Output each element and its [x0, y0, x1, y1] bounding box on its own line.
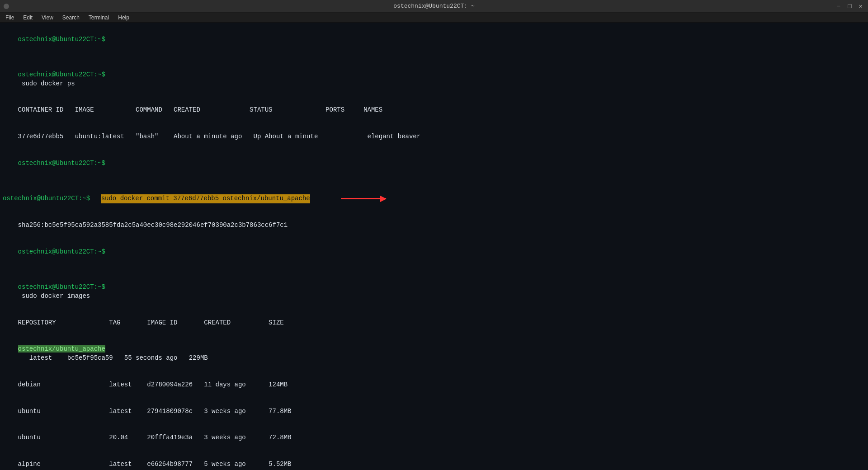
- maximize-button[interactable]: □: [846, 3, 853, 10]
- titlebar-controls[interactable]: − □ ✕: [835, 2, 864, 10]
- line-header-ps: CONTAINER ID IMAGE COMMAND CREATED STATU…: [3, 97, 865, 124]
- line-repo-4: ubuntu 20.04 20fffa419e3a 3 weeks ago 72…: [3, 425, 865, 451]
- line-container-row: 377e6d77ebb5 ubuntu:latest "bash" About …: [3, 124, 865, 150]
- prompt-6: ostechnix@Ubuntu22CT:~$: [18, 283, 105, 291]
- repo-2: debian latest d2780094a226 11 days ago 1…: [18, 381, 288, 388]
- prompt-3: ostechnix@Ubuntu22CT:~$: [18, 160, 105, 167]
- images-header: REPOSITORY TAG IMAGE ID CREATED SIZE: [18, 319, 284, 326]
- cmd-8: [18, 257, 22, 264]
- prompt-5: ostechnix@Ubuntu22CT:~$: [18, 248, 105, 255]
- menu-terminal[interactable]: Terminal: [85, 14, 113, 22]
- titlebar: ostechnix@Ubuntu22CT: ~ − □ ✕: [0, 0, 868, 13]
- cmd-docker-ps: sudo docker ps: [18, 80, 75, 87]
- commit-command: sudo docker commit 377e6d77ebb5 ostechni…: [101, 194, 310, 203]
- repo-1-rest: latest bc5e5f95ca59 55 seconds ago 229MB: [18, 354, 208, 362]
- line-repo-2: debian latest d2780094a226 11 days ago 1…: [3, 371, 865, 398]
- minimize-button[interactable]: −: [835, 3, 842, 10]
- titlebar-dot: [4, 4, 9, 9]
- line-repo-1: ostechnix/ubuntu_apache latest bc5e5f95c…: [3, 336, 865, 371]
- line-1: ostechnix@Ubuntu22CT:~$: [3, 26, 865, 61]
- repo-3: ubuntu latest 27941809078c 3 weeks ago 7…: [18, 408, 292, 415]
- titlebar-left: [4, 4, 9, 9]
- line-hash: sha256:bc5e5f95ca592a3585fda2c5a40ec30c9…: [3, 212, 865, 239]
- prompt-2: ostechnix@Ubuntu22CT:~$: [18, 71, 105, 78]
- line-5: ostechnix@Ubuntu22CT:~$: [3, 150, 865, 185]
- cmd-1: [18, 44, 22, 52]
- arrow-indicator: [318, 186, 386, 212]
- line-images-header: REPOSITORY TAG IMAGE ID CREATED SIZE: [3, 310, 865, 336]
- sha256-hash: sha256:bc5e5f95ca592a3585fda2c5a40ec30c9…: [18, 221, 288, 229]
- cmd-docker-images: sudo docker images: [18, 292, 90, 300]
- titlebar-title: ostechnix@Ubuntu22CT: ~: [393, 3, 474, 9]
- line-8: ostechnix@Ubuntu22CT:~$: [3, 239, 865, 274]
- ps-header: CONTAINER ID IMAGE COMMAND CREATED STATU…: [18, 106, 383, 113]
- line-repo-3: ubuntu latest 27941809078c 3 weeks ago 7…: [3, 398, 865, 425]
- repo-5: alpine latest e66264b98777 5 weeks ago 5…: [18, 461, 292, 468]
- line-2: ostechnix@Ubuntu22CT:~$ sudo docker ps: [3, 61, 865, 97]
- line-commit: ostechnix@Ubuntu22CT:~$ sudo docker comm…: [3, 186, 865, 212]
- menu-view[interactable]: View: [38, 14, 57, 22]
- container-data: 377e6d77ebb5 ubuntu:latest "bash" About …: [18, 133, 421, 140]
- cmd-space: [94, 194, 97, 203]
- prompt-4: ostechnix@Ubuntu22CT:~$: [3, 194, 90, 203]
- line-9: ostechnix@Ubuntu22CT:~$ sudo docker imag…: [3, 274, 865, 310]
- prompt-1: ostechnix@Ubuntu22CT:~$: [18, 36, 105, 43]
- menu-edit[interactable]: Edit: [19, 14, 36, 22]
- line-repo-5: alpine latest e66264b98777 5 weeks ago 5…: [3, 451, 865, 470]
- menu-search[interactable]: Search: [59, 14, 83, 22]
- menu-file[interactable]: File: [2, 14, 18, 22]
- terminal[interactable]: ostechnix@Ubuntu22CT:~$ ostechnix@Ubuntu…: [0, 23, 868, 470]
- repo-4: ubuntu 20.04 20fffa419e3a 3 weeks ago 72…: [18, 434, 292, 441]
- repo-highlight-text: ostechnix/ubuntu_apache: [18, 345, 105, 352]
- menu-help[interactable]: Help: [114, 14, 133, 22]
- cmd-3: [18, 169, 22, 176]
- menubar: File Edit View Search Terminal Help: [0, 13, 868, 23]
- close-button[interactable]: ✕: [857, 2, 864, 10]
- red-arrow-icon: [341, 198, 386, 199]
